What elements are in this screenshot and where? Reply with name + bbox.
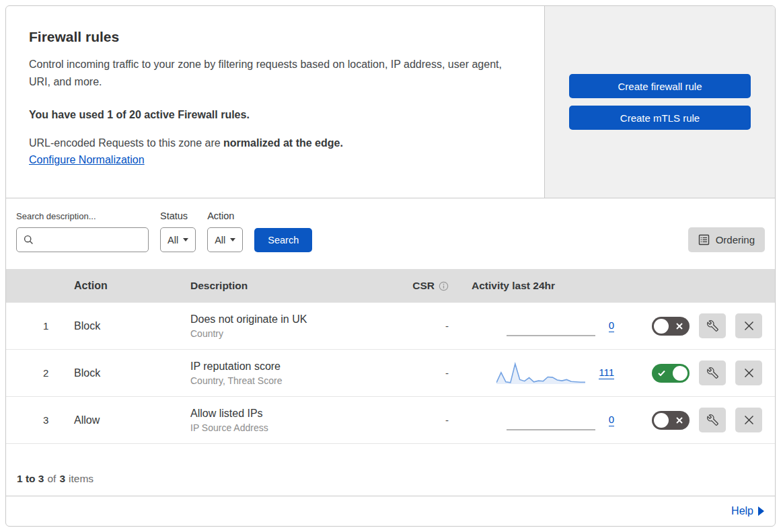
- table-row: 2 Block IP reputation score Country, Thr…: [6, 350, 775, 397]
- x-icon: [676, 417, 683, 424]
- activity-sparkline: [507, 314, 595, 338]
- chevron-down-icon: [230, 238, 235, 241]
- search-input[interactable]: [39, 235, 141, 245]
- toggle-knob: [673, 366, 687, 381]
- normalization-note: URL-encoded Requests to this zone are no…: [29, 137, 521, 149]
- rule-description: Allow listed IPs: [190, 408, 394, 420]
- actions-panel: Create firewall rule Create mTLS rule: [544, 6, 775, 198]
- header-csr: CSR: [394, 280, 454, 292]
- rule-enabled-toggle[interactable]: [652, 364, 690, 383]
- action-label: Action: [207, 211, 243, 221]
- help-bar: Help: [6, 496, 775, 526]
- rule-criteria: Country: [190, 328, 394, 339]
- rule-criteria: Country, Threat Score: [190, 375, 394, 386]
- pagination-range: 1 to 3: [17, 473, 44, 484]
- header-description: Description: [185, 280, 394, 292]
- usage-summary: You have used 1 of 20 active Firewall ru…: [29, 109, 521, 121]
- header-csr-label: CSR: [412, 280, 435, 292]
- header-action: Action: [69, 280, 185, 292]
- close-icon: [744, 368, 754, 378]
- ordering-button-label: Ordering: [716, 234, 755, 245]
- check-icon: [658, 370, 665, 376]
- csr-value: -: [445, 367, 449, 379]
- wrench-icon: [707, 367, 718, 379]
- filter-bar: Search description... Status All Action …: [6, 198, 775, 269]
- ordering-list-icon: [698, 234, 710, 245]
- rule-description: Does not originate in UK: [190, 313, 394, 326]
- chevron-down-icon: [183, 238, 188, 241]
- action-filter-group: Action All: [207, 211, 243, 252]
- action-dropdown[interactable]: All: [207, 227, 243, 252]
- rule-priority: 2: [6, 367, 69, 379]
- wrench-icon: [707, 414, 718, 426]
- rule-activity-cell: 0: [454, 314, 622, 338]
- close-icon: [744, 321, 754, 331]
- rule-enabled-toggle[interactable]: [652, 411, 690, 430]
- rule-enabled-toggle[interactable]: [652, 317, 690, 336]
- rule-activity-cell: 111: [454, 361, 622, 385]
- status-selected-value: All: [168, 235, 178, 245]
- delete-rule-button[interactable]: [735, 408, 762, 432]
- header-activity: Activity last 24hr: [454, 280, 622, 292]
- firewall-rules-card: Firewall rules Control incoming traffic …: [5, 5, 776, 527]
- pagination-summary: 1 to 3 of 3 items: [6, 444, 775, 496]
- pagination-of: of: [47, 473, 56, 485]
- pagination-items: items: [69, 473, 94, 485]
- create-mtls-rule-button[interactable]: Create mTLS rule: [569, 106, 751, 130]
- search-group: Search description...: [16, 211, 149, 252]
- rule-description: IP reputation score: [190, 360, 394, 373]
- rule-description-cell: Allow listed IPs IP Source Address: [185, 408, 394, 433]
- edit-rule-button[interactable]: [699, 313, 726, 338]
- search-input-box[interactable]: [16, 227, 149, 252]
- edit-rule-button[interactable]: [699, 360, 726, 385]
- normalization-text: URL-encoded Requests to this zone are: [29, 137, 223, 149]
- search-button[interactable]: Search: [254, 228, 312, 252]
- toggle-knob: [654, 413, 669, 428]
- ordering-button[interactable]: Ordering: [688, 227, 765, 252]
- search-icon: [24, 235, 34, 245]
- activity-count-link[interactable]: 111: [599, 367, 614, 379]
- info-icon[interactable]: [439, 281, 449, 291]
- rule-csr-cell: -: [394, 367, 454, 379]
- table-header: Action Description CSR Activity last 24h…: [6, 269, 775, 303]
- rule-controls: [622, 408, 775, 432]
- page-title: Firewall rules: [29, 29, 521, 45]
- action-selected-value: All: [215, 235, 225, 245]
- rule-priority: 1: [6, 320, 69, 332]
- rule-controls: [622, 313, 775, 338]
- help-link[interactable]: Help: [731, 505, 764, 517]
- rule-priority: 3: [6, 414, 69, 426]
- overview-text: Firewall rules Control incoming traffic …: [6, 6, 544, 198]
- table-row: 3 Allow Allow listed IPs IP Source Addre…: [6, 397, 775, 444]
- rule-activity-cell: 0: [454, 408, 622, 432]
- configure-normalization-link[interactable]: Configure Normalization: [29, 154, 145, 166]
- csr-value: -: [445, 320, 449, 332]
- page-description: Control incoming traffic to your zone by…: [29, 56, 513, 91]
- help-link-label: Help: [731, 505, 753, 517]
- rule-csr-cell: -: [394, 320, 454, 332]
- delete-rule-button[interactable]: [735, 360, 762, 385]
- rule-description-cell: IP reputation score Country, Threat Scor…: [185, 360, 394, 386]
- csr-value: -: [445, 414, 449, 426]
- x-icon: [676, 323, 683, 330]
- rule-controls: [622, 360, 775, 385]
- rule-csr-cell: -: [394, 414, 454, 426]
- status-dropdown[interactable]: All: [160, 227, 196, 252]
- overview-section: Firewall rules Control incoming traffic …: [6, 6, 775, 198]
- edit-rule-button[interactable]: [699, 408, 726, 432]
- pagination-total: 3: [59, 473, 65, 484]
- rule-action: Block: [69, 367, 185, 379]
- activity-count-link[interactable]: 0: [609, 320, 614, 332]
- normalization-bold: normalized at the edge.: [223, 137, 343, 149]
- search-label: Search description...: [16, 211, 149, 221]
- arrow-right-icon: [758, 506, 764, 516]
- create-firewall-rule-button[interactable]: Create firewall rule: [569, 74, 751, 98]
- rule-criteria: IP Source Address: [190, 422, 394, 433]
- rule-action: Block: [69, 320, 185, 332]
- delete-rule-button[interactable]: [735, 313, 762, 338]
- status-label: Status: [160, 211, 196, 221]
- table-row: 1 Block Does not originate in UK Country…: [6, 303, 775, 350]
- toggle-knob: [654, 319, 669, 334]
- activity-count-link[interactable]: 0: [609, 414, 614, 426]
- rule-action: Allow: [69, 414, 185, 426]
